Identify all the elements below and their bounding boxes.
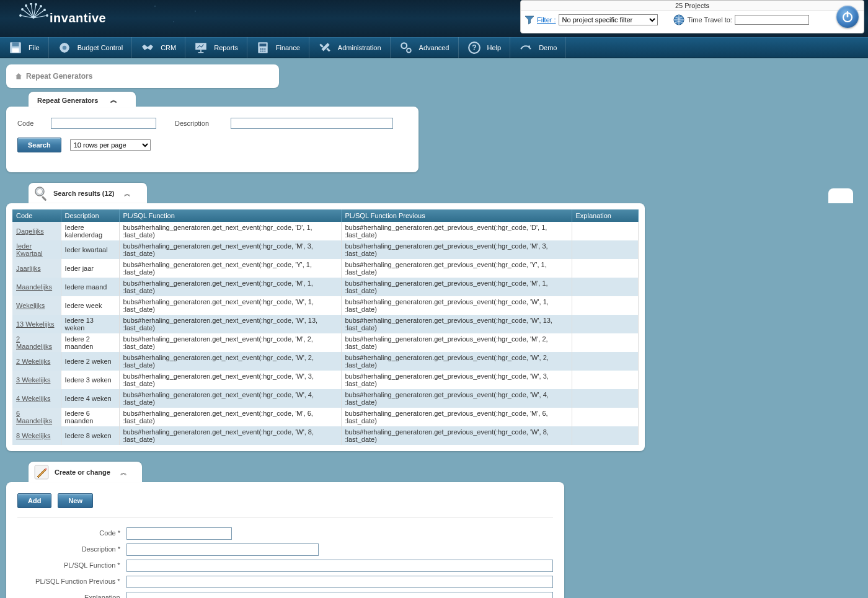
- power-button[interactable]: [836, 6, 859, 28]
- nav-budget[interactable]: Budget Control: [49, 37, 132, 58]
- code-field[interactable]: [126, 527, 232, 540]
- code-link[interactable]: 4 Wekelijks: [16, 395, 50, 402]
- collapse-icon: ︽: [120, 468, 127, 477]
- column-header[interactable]: PL/SQL Function Previous: [341, 209, 572, 222]
- plsql-fn-field[interactable]: [126, 560, 553, 572]
- new-button[interactable]: New: [58, 493, 93, 508]
- svg-point-0: [22, 9, 24, 11]
- rows-per-page-select[interactable]: 10 rows per page: [70, 139, 151, 151]
- cell: [572, 278, 639, 296]
- table-row: 4 WekelijksIedere 4 wekenbubs#herhaling_…: [12, 389, 639, 408]
- plsql-fnp-field[interactable]: [126, 576, 553, 588]
- filter-select[interactable]: No project specific filter: [559, 14, 658, 25]
- column-header[interactable]: Code: [12, 209, 61, 222]
- cell: [572, 389, 639, 408]
- nav-crm[interactable]: CRM: [132, 37, 185, 58]
- cell: bubs#herhaling_generatoren.get_next_even…: [119, 389, 341, 408]
- svg-rect-32: [42, 196, 46, 201]
- nav-label: Budget Control: [78, 44, 123, 51]
- cell: bubs#herhaling_generatoren.get_previous_…: [341, 278, 572, 296]
- results-table: CodeDescriptionPL/SQL FunctionPL/SQL Fun…: [12, 209, 639, 445]
- cell: Iedere 2 maanden: [61, 333, 119, 352]
- svg-point-3: [35, 4, 37, 6]
- tools-icon: [318, 41, 332, 55]
- time-travel-input[interactable]: [735, 15, 809, 25]
- cell: [572, 315, 639, 333]
- cell: [572, 408, 639, 426]
- breadcrumb: Repeat Generators: [6, 64, 279, 88]
- cell: [572, 222, 639, 240]
- cell: bubs#herhaling_generatoren.get_previous_…: [341, 296, 572, 315]
- panel-title: Create or change: [55, 468, 110, 476]
- description-input[interactable]: [231, 118, 393, 129]
- cell: Iedere maand: [61, 278, 119, 296]
- home-icon: [15, 73, 22, 80]
- nav-finance[interactable]: Finance: [247, 37, 309, 58]
- results-panel-tab[interactable]: Search results (12) ︽: [29, 183, 147, 203]
- cell: bubs#herhaling_generatoren.get_next_even…: [119, 352, 341, 371]
- nav-help[interactable]: ?Help: [459, 37, 511, 58]
- nav-demo[interactable]: Demo: [510, 37, 566, 58]
- cell: bubs#herhaling_generatoren.get_previous_…: [341, 315, 572, 333]
- code-link[interactable]: 6 Maandelijks: [16, 410, 52, 424]
- cell: Ieder kwartaal: [61, 240, 119, 259]
- code-link[interactable]: Wekelijks: [16, 302, 45, 309]
- nav-file[interactable]: File: [0, 37, 49, 58]
- disk-icon: [9, 41, 22, 55]
- cell: bubs#herhaling_generatoren.get_previous_…: [341, 408, 572, 426]
- cell: bubs#herhaling_generatoren.get_next_even…: [119, 222, 341, 240]
- add-button[interactable]: Add: [17, 493, 51, 508]
- svg-point-23: [262, 50, 264, 51]
- svg-point-24: [264, 50, 265, 51]
- code-link[interactable]: 2 Maandelijks: [16, 335, 52, 350]
- magnifier-icon: [33, 185, 50, 201]
- panel-title: Repeat Generators: [37, 97, 98, 104]
- code-link[interactable]: 3 Wekelijks: [16, 376, 50, 384]
- svg-point-31: [37, 189, 43, 195]
- nav-label: File: [29, 44, 40, 51]
- cell: Iedere week: [61, 296, 119, 315]
- nav-reports[interactable]: Reports: [185, 37, 247, 58]
- cell: bubs#herhaling_generatoren.get_next_even…: [119, 371, 341, 389]
- calculator-icon: [256, 41, 270, 55]
- code-input[interactable]: [51, 118, 156, 129]
- search-button[interactable]: Search: [17, 138, 61, 152]
- column-header[interactable]: Description: [61, 209, 119, 222]
- cell: bubs#herhaling_generatoren.get_next_even…: [119, 296, 341, 315]
- results-tab-right[interactable]: [828, 188, 853, 203]
- cell: [572, 333, 639, 352]
- table-row: WekelijksIedere weekbubs#herhaling_gener…: [12, 296, 639, 315]
- create-panel: Add New Code * Description * PL/SQL Func…: [6, 482, 564, 598]
- filter-label[interactable]: Filter :: [537, 16, 556, 24]
- svg-point-2: [30, 3, 32, 4]
- code-link[interactable]: Dagelijks: [16, 227, 44, 235]
- cell: bubs#herhaling_generatoren.get_previous_…: [341, 371, 572, 389]
- svg-rect-18: [259, 43, 266, 46]
- code-link[interactable]: Jaarlijks: [16, 265, 41, 272]
- nav-advanced[interactable]: Advanced: [391, 37, 459, 58]
- code-field-label: Code *: [17, 527, 126, 537]
- svg-point-5: [44, 9, 46, 11]
- results-panel: CodeDescriptionPL/SQL FunctionPL/SQL Fun…: [6, 203, 645, 451]
- create-panel-tab[interactable]: Create or change ︽: [29, 462, 142, 482]
- code-link[interactable]: 13 Wekelijks: [16, 320, 55, 328]
- nav-admin[interactable]: Administration: [309, 37, 391, 58]
- description-field-label: Description *: [17, 543, 126, 553]
- svg-point-7: [20, 15, 22, 17]
- code-link[interactable]: 2 Wekelijks: [16, 358, 50, 365]
- time-travel-label: Time Travel to:: [688, 16, 732, 24]
- explanation-field[interactable]: [126, 592, 553, 598]
- code-link[interactable]: Maandelijks: [16, 283, 52, 291]
- search-panel-tab[interactable]: Repeat Generators ︽: [29, 92, 136, 107]
- help-icon: ?: [467, 41, 481, 55]
- nav-label: Demo: [539, 44, 557, 51]
- table-row: 6 MaandelijksIedere 6 maandenbubs#herhal…: [12, 408, 639, 426]
- column-header[interactable]: Explanation: [572, 209, 639, 222]
- description-field[interactable]: [126, 543, 319, 556]
- code-link[interactable]: Ieder Kwartaal: [16, 242, 43, 257]
- pencil-icon: [33, 464, 50, 480]
- cell: bubs#herhaling_generatoren.get_previous_…: [341, 389, 572, 408]
- nav-label: Help: [487, 44, 502, 51]
- column-header[interactable]: PL/SQL Function: [119, 209, 341, 222]
- code-link[interactable]: 8 Wekelijks: [16, 432, 50, 439]
